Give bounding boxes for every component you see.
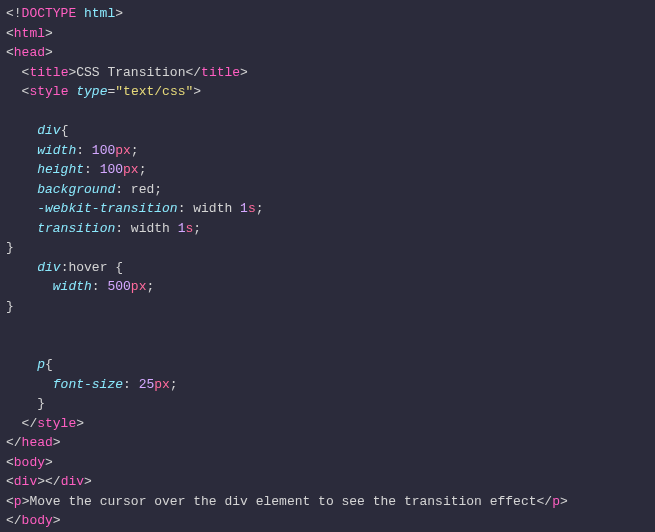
css-value: width xyxy=(185,201,240,216)
pseudo: :hover xyxy=(61,260,116,275)
css-unit: s xyxy=(248,201,256,216)
div-close-tag: div xyxy=(61,474,84,489)
css-prop: width xyxy=(37,143,76,158)
code-line: <div></div> xyxy=(6,472,649,492)
code-line: <body> xyxy=(6,453,649,473)
code-line: p{ xyxy=(6,355,649,375)
code-line: transition: width 1s; xyxy=(6,219,649,239)
code-line: <html> xyxy=(6,24,649,44)
code-line: </style> xyxy=(6,414,649,434)
code-line: </head> xyxy=(6,433,649,453)
css-number: 100 xyxy=(92,143,115,158)
doctype-html: html xyxy=(76,6,115,21)
selector: div xyxy=(37,123,60,138)
css-prop: transition xyxy=(37,221,115,236)
p-tag: p xyxy=(14,494,22,509)
css-value: width xyxy=(123,221,178,236)
bracket: <! xyxy=(6,6,22,21)
attr-name: type xyxy=(76,84,107,99)
code-line xyxy=(6,316,649,336)
head-tag: head xyxy=(14,45,45,60)
code-line: width: 100px; xyxy=(6,141,649,161)
doctype-keyword: DOCTYPE xyxy=(22,6,77,21)
css-number: 100 xyxy=(100,162,123,177)
code-line: width: 500px; xyxy=(6,277,649,297)
code-line: div{ xyxy=(6,121,649,141)
code-line: } xyxy=(6,297,649,317)
css-prop: width xyxy=(53,279,92,294)
title-tag: title xyxy=(29,65,68,80)
html-tag: html xyxy=(14,26,45,41)
css-prop: height xyxy=(37,162,84,177)
attr-value: "text/css" xyxy=(115,84,193,99)
p-text: Move the cursor over the div element to … xyxy=(29,494,536,509)
css-number: 500 xyxy=(107,279,130,294)
code-line: height: 100px; xyxy=(6,160,649,180)
title-close-tag: title xyxy=(201,65,240,80)
css-unit: px xyxy=(154,377,170,392)
div-tag: div xyxy=(14,474,37,489)
code-line: } xyxy=(6,238,649,258)
css-unit: px xyxy=(131,279,147,294)
css-unit: px xyxy=(115,143,131,158)
code-line: <title>CSS Transition</title> xyxy=(6,63,649,83)
body-tag: body xyxy=(14,455,45,470)
css-number: 1 xyxy=(240,201,248,216)
code-line: <!DOCTYPE html> xyxy=(6,4,649,24)
css-prop: font-size xyxy=(53,377,123,392)
code-editor[interactable]: <!DOCTYPE html> <html> <head> <title>CSS… xyxy=(6,4,649,532)
body-close-tag: body xyxy=(22,513,53,528)
css-value: red xyxy=(131,182,154,197)
code-line: div:hover { xyxy=(6,258,649,278)
code-line: <p>Move the cursor over the div element … xyxy=(6,492,649,512)
selector: div xyxy=(37,260,60,275)
p-close-tag: p xyxy=(552,494,560,509)
code-line: <head> xyxy=(6,43,649,63)
style-close-tag: style xyxy=(37,416,76,431)
css-prop: -webkit-transition xyxy=(37,201,177,216)
css-prop: background xyxy=(37,182,115,197)
bracket: > xyxy=(115,6,123,21)
css-unit: px xyxy=(123,162,139,177)
selector: p xyxy=(37,357,45,372)
code-line xyxy=(6,336,649,356)
code-line: </body> xyxy=(6,511,649,531)
head-close-tag: head xyxy=(22,435,53,450)
code-line: <style type="text/css"> xyxy=(6,82,649,102)
code-line: background: red; xyxy=(6,180,649,200)
code-line xyxy=(6,102,649,122)
code-line: font-size: 25px; xyxy=(6,375,649,395)
title-text: CSS Transition xyxy=(76,65,185,80)
code-line: -webkit-transition: width 1s; xyxy=(6,199,649,219)
style-tag: style xyxy=(29,84,68,99)
code-line: } xyxy=(6,394,649,414)
css-number: 25 xyxy=(139,377,155,392)
